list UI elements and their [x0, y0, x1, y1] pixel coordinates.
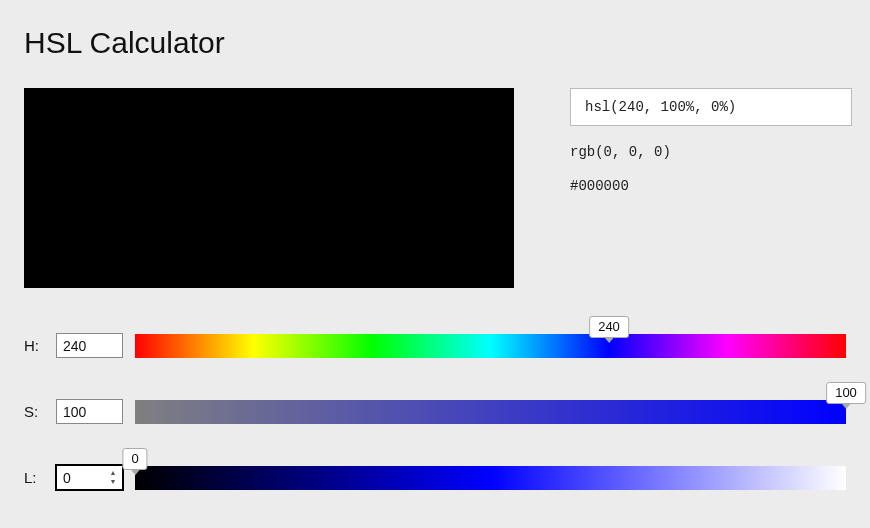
hue-slider[interactable]: 240 — [135, 320, 846, 358]
hsl-output[interactable]: hsl(240, 100%, 0%) — [570, 88, 852, 126]
lightness-slider[interactable]: 0 — [135, 452, 846, 490]
sliders: H: 240 240 S: 100 100 L: 0 — [24, 320, 846, 490]
caret-down-icon[interactable]: ▼ — [108, 478, 118, 487]
lightness-thumb[interactable]: 0 — [122, 448, 147, 475]
saturation-input-value: 100 — [63, 404, 86, 420]
chevron-down-icon — [604, 337, 614, 343]
saturation-row: S: 100 100 — [24, 386, 846, 424]
lightness-track — [135, 466, 846, 490]
rgb-output: rgb(0, 0, 0) — [570, 144, 852, 160]
chevron-down-icon — [130, 469, 140, 475]
hue-input[interactable]: 240 — [56, 333, 123, 358]
lightness-label: L: — [24, 469, 44, 490]
lightness-input[interactable]: 0 ▲ ▼ — [56, 465, 123, 490]
caret-up-icon[interactable]: ▲ — [108, 469, 118, 478]
spinner-icon[interactable]: ▲ ▼ — [108, 469, 118, 487]
lightness-thumb-value: 0 — [122, 448, 147, 470]
preview-row: hsl(240, 100%, 0%) rgb(0, 0, 0) #000000 — [24, 88, 846, 288]
saturation-label: S: — [24, 403, 44, 424]
chevron-down-icon — [841, 403, 851, 409]
hue-row: H: 240 240 — [24, 320, 846, 358]
saturation-thumb[interactable]: 100 — [826, 382, 866, 409]
saturation-slider[interactable]: 100 — [135, 386, 846, 424]
saturation-track — [135, 400, 846, 424]
saturation-input[interactable]: 100 — [56, 399, 123, 424]
hue-track — [135, 334, 846, 358]
hue-thumb[interactable]: 240 — [589, 316, 629, 343]
hue-input-value: 240 — [63, 338, 86, 354]
color-swatch — [24, 88, 514, 288]
hue-label: H: — [24, 337, 44, 358]
output-panel: hsl(240, 100%, 0%) rgb(0, 0, 0) #000000 — [570, 88, 852, 288]
lightness-row: L: 0 ▲ ▼ 0 — [24, 452, 846, 490]
lightness-input-value: 0 — [63, 470, 71, 486]
page-title: HSL Calculator — [24, 26, 846, 60]
hex-output: #000000 — [570, 178, 852, 194]
saturation-thumb-value: 100 — [826, 382, 866, 404]
hue-thumb-value: 240 — [589, 316, 629, 338]
